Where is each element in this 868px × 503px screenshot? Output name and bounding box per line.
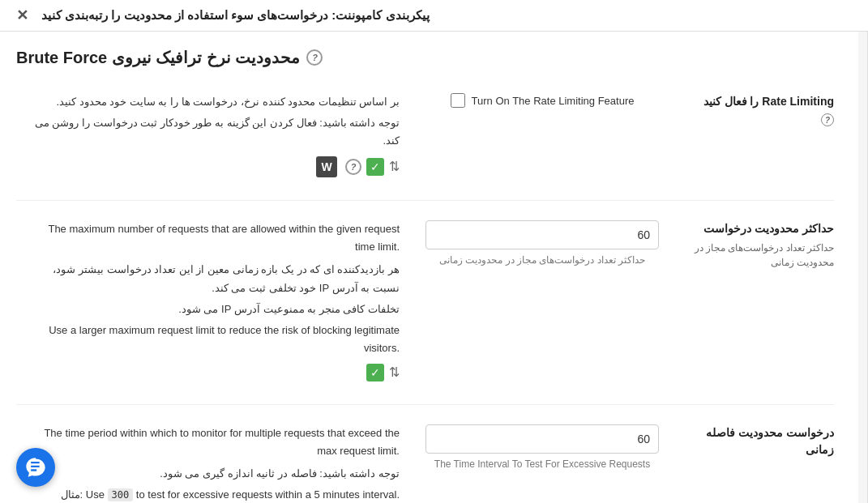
max-requests-input[interactable] <box>425 220 659 249</box>
section-time-interval: درخواست محدودیت فاصله زمانی The Time Int… <box>16 418 834 503</box>
desc-max-1: The maximum number of requests that are … <box>29 220 400 256</box>
max-field-label: حداکثر تعداد درخواست‌های مجاز در محدودیت… <box>439 254 645 266</box>
desc-panel-interval: The time period within which to monitor … <box>16 418 413 503</box>
toggle-help-icon[interactable]: ? <box>821 113 834 126</box>
left-sidebar <box>858 32 868 503</box>
desc-line-1: بر اساس تنظیمات محدود کننده نرخ، درخواست… <box>29 93 400 111</box>
interval-section-title: درخواست محدودیت فاصله زمانی <box>685 424 834 458</box>
desc-max-2: هر بازدیدکننده ای که در یک بازه زمانی مع… <box>29 261 400 296</box>
controls-row-toggle: ⇅ ✓ ? W <box>29 156 400 177</box>
time-interval-input[interactable] <box>425 424 659 454</box>
chat-icon <box>24 456 47 479</box>
main-container: ? محدودیت نرخ ترافیک نیروی Brute Force R… <box>0 32 868 503</box>
float-help-button[interactable] <box>16 448 55 487</box>
control-panel-max: حداکثر تعداد درخواست‌های مجاز در محدودیت… <box>413 214 672 388</box>
code-300: 300 <box>108 488 134 501</box>
desc-interval-2: توجه داشته باشید: فاصله در ثانیه اندازه … <box>29 465 400 483</box>
page-title-bar: ? محدودیت نرخ ترافیک نیروی Brute Force <box>16 48 834 67</box>
header-title: پیکربندی کامپوننت: درخواست‌های سوء استفا… <box>41 8 430 23</box>
content-area: ? محدودیت نرخ ترافیک نیروی Brute Force R… <box>0 32 858 503</box>
green-check-toggle[interactable]: ✓ <box>366 158 384 176</box>
toggle-section-title: Rate Limiting را فعال کنید <box>685 93 834 110</box>
label-panel-max: حداکثر محدودیت درخواست حداکثر تعداد درخو… <box>672 214 834 388</box>
max-section-subtitle: حداکثر تعداد درخواست‌های مجاز در محدودیت… <box>685 241 834 270</box>
section-rate-limiting-toggle: Rate Limiting را فعال کنید ? Turn On The… <box>16 87 834 201</box>
control-panel-interval: The Time Interval To Test For Excessive … <box>413 418 672 503</box>
page-help-icon[interactable]: ? <box>306 49 323 66</box>
header-bar: پیکربندی کامپوننت: درخواست‌های سوء استفا… <box>0 0 868 32</box>
label-panel-interval: درخواست محدودیت فاصله زمانی <box>672 418 834 503</box>
interval-field-label: The Time Interval To Test For Excessive … <box>434 458 650 470</box>
help-icon-toggle[interactable]: ? <box>345 159 361 175</box>
label-panel-toggle: Rate Limiting را فعال کنید ? <box>672 87 834 184</box>
sort-icon-max[interactable]: ⇅ <box>389 366 400 379</box>
desc-panel-toggle: بر اساس تنظیمات محدود کننده نرخ، درخواست… <box>16 87 413 184</box>
controls-row-max: ⇅ ✓ <box>29 364 400 382</box>
desc-interval-1: The time period within which to monitor … <box>29 424 400 460</box>
max-section-title: حداکثر محدودیت درخواست <box>685 220 834 237</box>
section-max-requests: حداکثر محدودیت درخواست حداکثر تعداد درخو… <box>16 214 834 405</box>
desc-max-3: تخلفات کافی منجر به ممنوعیت آدرس IP می ش… <box>29 301 400 318</box>
sort-icon-toggle[interactable]: ⇅ <box>389 160 400 173</box>
desc-max-4: Use a larger maximum request limit to re… <box>29 322 400 357</box>
wp-icon-toggle[interactable]: W <box>316 156 337 177</box>
green-check-max[interactable]: ✓ <box>366 364 384 382</box>
rate-limiting-checkbox[interactable] <box>451 93 465 108</box>
desc-interval-3: مثال: Use 300 to test for excessive requ… <box>29 486 400 503</box>
close-button[interactable]: ✕ <box>16 6 28 24</box>
desc-panel-max: The maximum number of requests that are … <box>16 214 413 388</box>
toggle-checkbox-wrapper: Turn On The Rate Limiting Feature <box>451 93 635 108</box>
control-panel-toggle: Turn On The Rate Limiting Feature <box>413 87 672 184</box>
desc-line-2: توجه داشته باشید: فعال کردن این گزینه به… <box>29 114 400 150</box>
toggle-field-label: Turn On The Rate Limiting Feature <box>472 95 635 107</box>
page-title: محدودیت نرخ ترافیک نیروی Brute Force <box>16 48 300 67</box>
